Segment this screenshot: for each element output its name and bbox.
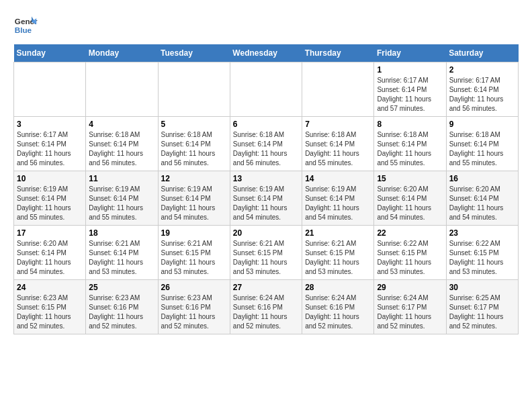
day-number: 14 — [305, 174, 371, 183]
day-info: Sunrise: 6:20 AM Sunset: 6:14 PM Dayligh… — [449, 185, 515, 222]
day-info: Sunrise: 6:25 AM Sunset: 6:17 PM Dayligh… — [449, 293, 515, 331]
day-number: 9 — [449, 120, 515, 129]
day-number: 28 — [305, 283, 371, 292]
calendar-week-row: 24Sunrise: 6:23 AM Sunset: 6:15 PM Dayli… — [14, 280, 519, 334]
calendar-cell — [158, 62, 230, 117]
day-number: 23 — [449, 228, 515, 238]
day-info: Sunrise: 6:17 AM Sunset: 6:14 PM Dayligh… — [377, 76, 443, 113]
day-info: Sunrise: 6:19 AM Sunset: 6:14 PM Dayligh… — [17, 185, 83, 222]
calendar-cell: 16Sunrise: 6:20 AM Sunset: 6:14 PM Dayli… — [446, 171, 518, 226]
day-info: Sunrise: 6:18 AM Sunset: 6:14 PM Dayligh… — [305, 130, 371, 168]
day-number: 12 — [161, 174, 227, 183]
calendar-header-thursday: Thursday — [302, 44, 374, 62]
day-info: Sunrise: 6:18 AM Sunset: 6:14 PM Dayligh… — [89, 130, 154, 168]
calendar-cell: 13Sunrise: 6:19 AM Sunset: 6:14 PM Dayli… — [230, 171, 302, 226]
day-info: Sunrise: 6:22 AM Sunset: 6:15 PM Dayligh… — [377, 239, 443, 277]
calendar-week-row: 1Sunrise: 6:17 AM Sunset: 6:14 PM Daylig… — [14, 62, 519, 117]
day-number: 13 — [233, 174, 299, 183]
day-info: Sunrise: 6:20 AM Sunset: 6:14 PM Dayligh… — [377, 185, 443, 222]
calendar-cell — [86, 62, 158, 117]
calendar-cell: 2Sunrise: 6:17 AM Sunset: 6:14 PM Daylig… — [446, 62, 518, 117]
calendar-header-monday: Monday — [86, 44, 158, 62]
calendar-cell: 9Sunrise: 6:18 AM Sunset: 6:14 PM Daylig… — [446, 117, 518, 171]
day-info: Sunrise: 6:24 AM Sunset: 6:16 PM Dayligh… — [233, 293, 299, 331]
day-info: Sunrise: 6:24 AM Sunset: 6:16 PM Dayligh… — [305, 293, 371, 331]
calendar-cell: 15Sunrise: 6:20 AM Sunset: 6:14 PM Dayli… — [374, 171, 446, 226]
calendar-cell — [14, 62, 86, 117]
calendar-cell: 26Sunrise: 6:23 AM Sunset: 6:16 PM Dayli… — [158, 280, 230, 334]
day-info: Sunrise: 6:23 AM Sunset: 6:16 PM Dayligh… — [161, 293, 227, 331]
day-number: 24 — [17, 283, 83, 292]
calendar-cell: 8Sunrise: 6:18 AM Sunset: 6:14 PM Daylig… — [374, 117, 446, 171]
svg-text:Blue: Blue — [15, 26, 32, 34]
day-info: Sunrise: 6:18 AM Sunset: 6:14 PM Dayligh… — [449, 130, 515, 168]
day-number: 18 — [89, 228, 154, 238]
calendar-week-row: 3Sunrise: 6:17 AM Sunset: 6:14 PM Daylig… — [14, 117, 519, 171]
calendar-header-row: SundayMondayTuesdayWednesdayThursdayFrid… — [14, 44, 519, 62]
calendar-cell: 28Sunrise: 6:24 AM Sunset: 6:16 PM Dayli… — [302, 280, 374, 334]
day-number: 21 — [305, 228, 371, 238]
day-number: 1 — [377, 65, 443, 75]
logo-icon: General Blue — [13, 13, 38, 38]
calendar-cell: 23Sunrise: 6:22 AM Sunset: 6:15 PM Dayli… — [446, 226, 518, 280]
day-number: 29 — [377, 283, 443, 292]
calendar-week-row: 10Sunrise: 6:19 AM Sunset: 6:14 PM Dayli… — [14, 171, 519, 226]
day-info: Sunrise: 6:21 AM Sunset: 6:15 PM Dayligh… — [233, 239, 299, 277]
calendar-cell: 11Sunrise: 6:19 AM Sunset: 6:14 PM Dayli… — [86, 171, 158, 226]
calendar-cell: 14Sunrise: 6:19 AM Sunset: 6:14 PM Dayli… — [302, 171, 374, 226]
day-info: Sunrise: 6:19 AM Sunset: 6:14 PM Dayligh… — [233, 185, 299, 222]
day-info: Sunrise: 6:18 AM Sunset: 6:14 PM Dayligh… — [233, 130, 299, 168]
day-info: Sunrise: 6:21 AM Sunset: 6:14 PM Dayligh… — [89, 239, 154, 277]
day-number: 19 — [161, 228, 227, 238]
calendar-header-tuesday: Tuesday — [158, 44, 230, 62]
day-number: 7 — [305, 120, 371, 129]
day-info: Sunrise: 6:19 AM Sunset: 6:14 PM Dayligh… — [89, 185, 154, 222]
day-info: Sunrise: 6:23 AM Sunset: 6:16 PM Dayligh… — [89, 293, 154, 331]
day-number: 2 — [449, 65, 515, 75]
day-number: 3 — [17, 120, 83, 129]
calendar-header-saturday: Saturday — [446, 44, 518, 62]
day-number: 15 — [377, 174, 443, 183]
day-number: 5 — [161, 120, 227, 129]
calendar-header-wednesday: Wednesday — [230, 44, 302, 62]
day-info: Sunrise: 6:17 AM Sunset: 6:14 PM Dayligh… — [17, 130, 83, 168]
day-number: 11 — [89, 174, 154, 183]
calendar-cell: 22Sunrise: 6:22 AM Sunset: 6:15 PM Dayli… — [374, 226, 446, 280]
calendar-cell: 6Sunrise: 6:18 AM Sunset: 6:14 PM Daylig… — [230, 117, 302, 171]
calendar-table: SundayMondayTuesdayWednesdayThursdayFrid… — [13, 44, 519, 334]
calendar-header-sunday: Sunday — [14, 44, 86, 62]
day-info: Sunrise: 6:20 AM Sunset: 6:14 PM Dayligh… — [17, 239, 83, 277]
day-info: Sunrise: 6:22 AM Sunset: 6:15 PM Dayligh… — [449, 239, 515, 277]
day-number: 16 — [449, 174, 515, 183]
calendar-cell: 25Sunrise: 6:23 AM Sunset: 6:16 PM Dayli… — [86, 280, 158, 334]
day-number: 20 — [233, 228, 299, 238]
calendar-cell: 10Sunrise: 6:19 AM Sunset: 6:14 PM Dayli… — [14, 171, 86, 226]
logo: General Blue — [13, 13, 38, 38]
calendar-cell: 21Sunrise: 6:21 AM Sunset: 6:15 PM Dayli… — [302, 226, 374, 280]
day-info: Sunrise: 6:17 AM Sunset: 6:14 PM Dayligh… — [449, 76, 515, 113]
day-number: 6 — [233, 120, 299, 129]
calendar-header-friday: Friday — [374, 44, 446, 62]
calendar-cell: 18Sunrise: 6:21 AM Sunset: 6:14 PM Dayli… — [86, 226, 158, 280]
calendar-cell — [230, 62, 302, 117]
page-header: General Blue — [13, 13, 519, 38]
day-info: Sunrise: 6:18 AM Sunset: 6:14 PM Dayligh… — [161, 130, 227, 168]
calendar-week-row: 17Sunrise: 6:20 AM Sunset: 6:14 PM Dayli… — [14, 226, 519, 280]
day-number: 10 — [17, 174, 83, 183]
day-number: 22 — [377, 228, 443, 238]
calendar-cell: 7Sunrise: 6:18 AM Sunset: 6:14 PM Daylig… — [302, 117, 374, 171]
calendar-cell: 5Sunrise: 6:18 AM Sunset: 6:14 PM Daylig… — [158, 117, 230, 171]
day-number: 17 — [17, 228, 83, 238]
calendar-cell: 20Sunrise: 6:21 AM Sunset: 6:15 PM Dayli… — [230, 226, 302, 280]
day-number: 26 — [161, 283, 227, 292]
day-info: Sunrise: 6:21 AM Sunset: 6:15 PM Dayligh… — [305, 239, 371, 277]
calendar-cell: 29Sunrise: 6:24 AM Sunset: 6:17 PM Dayli… — [374, 280, 446, 334]
calendar-cell: 12Sunrise: 6:19 AM Sunset: 6:14 PM Dayli… — [158, 171, 230, 226]
calendar-cell: 30Sunrise: 6:25 AM Sunset: 6:17 PM Dayli… — [446, 280, 518, 334]
calendar-cell: 3Sunrise: 6:17 AM Sunset: 6:14 PM Daylig… — [14, 117, 86, 171]
day-number: 25 — [89, 283, 154, 292]
day-number: 30 — [449, 283, 515, 292]
day-number: 4 — [89, 120, 154, 129]
calendar-cell: 27Sunrise: 6:24 AM Sunset: 6:16 PM Dayli… — [230, 280, 302, 334]
day-info: Sunrise: 6:19 AM Sunset: 6:14 PM Dayligh… — [305, 185, 371, 222]
